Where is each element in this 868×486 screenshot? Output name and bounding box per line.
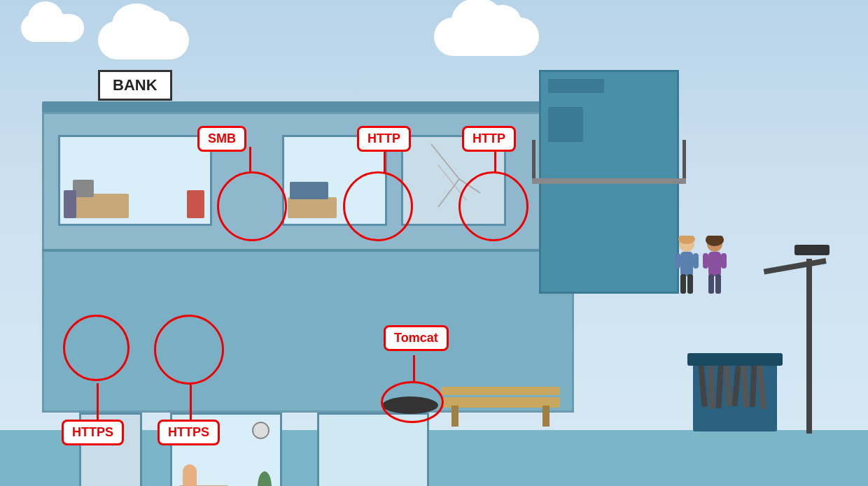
bin — [693, 362, 777, 431]
svg-rect-21 — [724, 364, 732, 406]
cloud-3 — [434, 17, 539, 56]
smb-label: SMB — [197, 126, 246, 152]
bench — [441, 397, 560, 429]
cloud-2 — [21, 14, 84, 42]
side-balcony-floor — [532, 178, 686, 184]
chair-detail — [64, 190, 76, 218]
person-2 — [701, 236, 728, 299]
side-window-top — [548, 79, 604, 93]
svg-rect-18 — [698, 365, 707, 407]
svg-rect-22 — [732, 366, 741, 406]
svg-rect-16 — [703, 253, 708, 269]
https2-connector — [190, 383, 192, 420]
tomcat-attack-circle — [381, 381, 444, 423]
smb-attack-circle — [217, 171, 287, 241]
bench-leg-right — [542, 406, 550, 427]
https1-attack-circle — [63, 315, 130, 381]
side-window-mid — [548, 107, 583, 142]
smb-text: SMB — [208, 131, 236, 145]
streetlight-pole — [806, 259, 812, 434]
bench-back — [441, 387, 560, 395]
svg-rect-9 — [675, 253, 680, 269]
person-reception — [183, 464, 197, 486]
bench-leg-left — [451, 406, 458, 427]
bin-contents — [693, 362, 777, 431]
https2-label: HTTPS — [158, 420, 220, 445]
http1-attack-circle — [343, 171, 413, 241]
svg-rect-24 — [750, 365, 757, 407]
bank-sign: BANK — [98, 70, 172, 101]
http1-text: HTTP — [368, 131, 400, 145]
https1-text: HTTPS — [72, 425, 113, 439]
svg-rect-14 — [708, 274, 714, 294]
smb-connector — [249, 147, 251, 173]
http2-text: HTTP — [472, 131, 505, 145]
svg-rect-7 — [680, 274, 686, 294]
clock — [252, 422, 270, 439]
svg-rect-13 — [708, 252, 721, 276]
http2-label: HTTP — [462, 126, 516, 152]
svg-line-1 — [438, 179, 459, 207]
svg-rect-10 — [693, 253, 699, 269]
person-1 — [673, 236, 700, 299]
window-bot-right — [317, 413, 429, 486]
bank-sign-text: BANK — [113, 76, 158, 94]
svg-rect-19 — [708, 364, 715, 409]
http2-attack-circle — [458, 171, 528, 241]
svg-rect-17 — [721, 253, 727, 269]
https1-label: HTTPS — [62, 420, 124, 445]
cloud-1 — [98, 21, 189, 59]
tomcat-text: Tomcat — [394, 331, 438, 345]
svg-rect-20 — [715, 365, 723, 408]
svg-rect-25 — [757, 364, 766, 409]
svg-rect-8 — [687, 274, 693, 294]
bookshelf-detail — [187, 190, 204, 218]
https1-connector — [97, 383, 99, 420]
bin-top-rim — [687, 353, 783, 366]
svg-rect-15 — [715, 274, 721, 294]
svg-rect-6 — [680, 252, 693, 276]
desk-mid — [288, 197, 337, 218]
svg-rect-23 — [741, 364, 748, 408]
https2-attack-circle — [154, 315, 224, 385]
streetlight-arm — [764, 258, 827, 275]
monitor-mid — [290, 182, 328, 199]
tomcat-connector — [413, 355, 415, 383]
plant — [258, 471, 272, 486]
tomcat-label: Tomcat — [384, 325, 449, 351]
window-top-left — [58, 135, 212, 226]
http1-label: HTTP — [357, 126, 411, 152]
https2-text: HTTPS — [168, 425, 209, 439]
streetlight-head — [794, 245, 830, 255]
